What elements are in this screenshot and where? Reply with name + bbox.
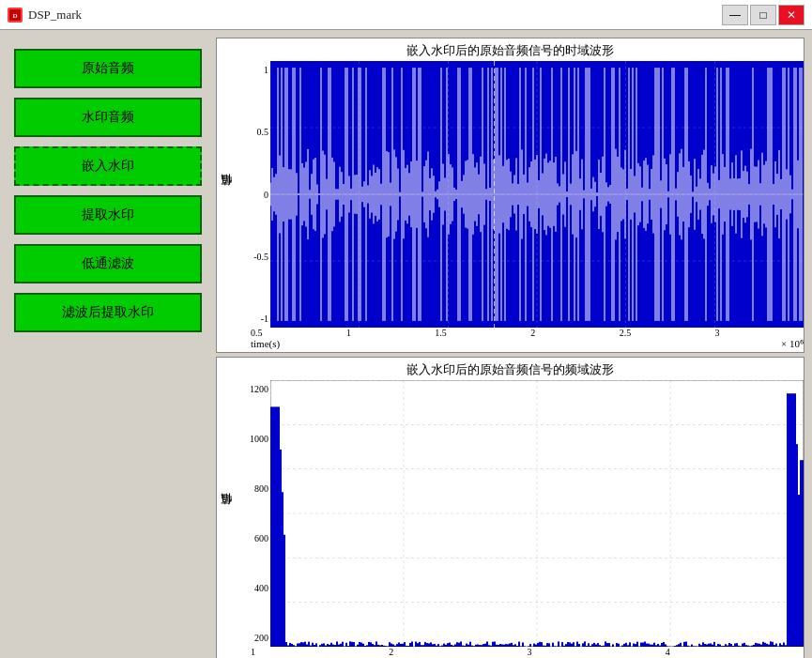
time-domain-ylabel: 幅值: [217, 61, 237, 328]
minimize-button[interactable]: —: [722, 5, 748, 25]
time-domain-yticks: 1 0.5 0 -0.5 -1: [237, 61, 270, 328]
freq-domain-wrapper: 幅值 1200 1000 800 600 400 200 1 2: [217, 380, 804, 658]
time-domain-xlabel: time(s): [251, 338, 280, 350]
time-domain-plot: [270, 61, 804, 328]
sidebar: 原始音频 水印音频 嵌入水印 提取水印 低通滤波 滤波后提取水印: [0, 30, 216, 658]
svg-text:D: D: [12, 12, 17, 20]
freq-domain-chart: 嵌入水印后的原始音频信号的频域波形 幅值 1200 1000 800 600 4…: [216, 357, 804, 658]
freq-domain-ylabel: 幅值: [217, 380, 237, 647]
title-left: D DSP_mark: [8, 8, 82, 23]
time-domain-canvas: [270, 61, 804, 328]
freq-domain-xticks: 1 2 3 4: [217, 647, 804, 657]
title-bar: D DSP_mark — □ ✕: [0, 0, 812, 30]
window-title: DSP_mark: [28, 8, 82, 23]
freq-domain-title: 嵌入水印后的原始音频信号的频域波形: [217, 358, 804, 380]
btn-lowpass-filter[interactable]: 低通滤波: [14, 244, 202, 283]
btn-watermark-audio[interactable]: 水印音频: [14, 98, 202, 137]
app-icon: D: [8, 8, 23, 23]
time-domain-xticks: 0.5 1 1.5 2 2.5 3: [217, 328, 804, 338]
time-domain-wrapper: 幅值 1 0.5 0 -0.5 -1 0.5 1 1.5: [217, 61, 804, 352]
time-domain-inner: 幅值 1 0.5 0 -0.5 -1: [217, 61, 804, 328]
btn-original-audio[interactable]: 原始音频: [14, 49, 202, 88]
btn-embed-watermark[interactable]: 嵌入水印: [14, 146, 202, 186]
time-domain-xscale: × 10⁶: [781, 338, 804, 350]
freq-domain-yticks: 1200 1000 800 600 400 200: [237, 380, 270, 647]
window-controls: — □ ✕: [722, 5, 804, 25]
btn-filtered-extract[interactable]: 滤波后提取水印: [14, 293, 202, 332]
charts-area: 嵌入水印后的原始音频信号的时域波形 幅值 1 0.5 0 -0.5 -1: [216, 30, 812, 658]
freq-domain-plot: [270, 380, 804, 647]
main-content: 原始音频 水印音频 嵌入水印 提取水印 低通滤波 滤波后提取水印 嵌入水印后的原…: [0, 30, 812, 658]
freq-domain-canvas: [270, 380, 804, 647]
freq-domain-inner: 幅值 1200 1000 800 600 400 200: [217, 380, 804, 647]
time-domain-chart: 嵌入水印后的原始音频信号的时域波形 幅值 1 0.5 0 -0.5 -1: [216, 38, 804, 353]
btn-extract-watermark[interactable]: 提取水印: [14, 195, 202, 235]
time-domain-title: 嵌入水印后的原始音频信号的时域波形: [217, 38, 804, 61]
close-button[interactable]: ✕: [778, 5, 804, 25]
time-domain-xlabel-row: time(s) × 10⁶: [217, 338, 804, 352]
maximize-button[interactable]: □: [750, 5, 776, 25]
